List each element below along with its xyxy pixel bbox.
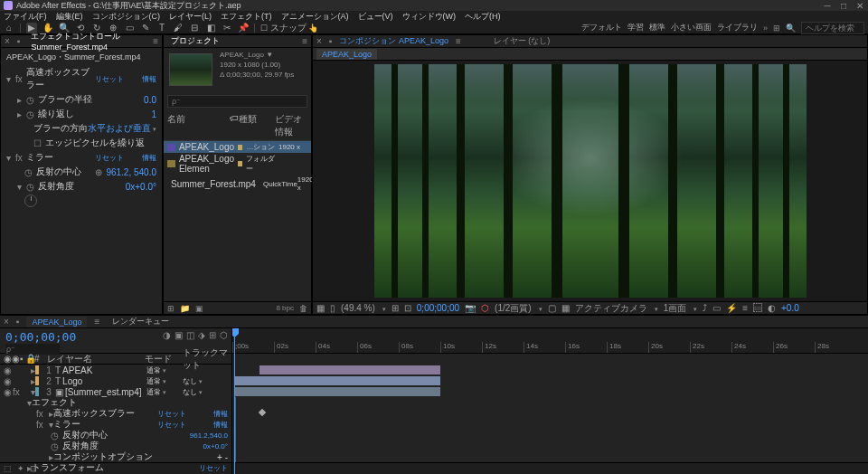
twirl-icon[interactable]: ▾ <box>17 182 24 192</box>
twirl-icon[interactable]: ▾ <box>6 153 14 163</box>
workspace-library[interactable]: ライブラリ <box>717 22 758 33</box>
workspace-learn[interactable]: 学習 <box>627 22 644 33</box>
snap-icon[interactable]: ✦ <box>17 464 24 473</box>
menu-help[interactable]: ヘルプ(H) <box>465 11 501 23</box>
fx-badge-icon[interactable]: fx <box>15 74 23 84</box>
menu-window[interactable]: ウィンドウ(W) <box>402 11 457 23</box>
mode-dropdown[interactable]: 通常 <box>146 376 183 386</box>
delete-icon[interactable]: 🗑 <box>299 304 307 313</box>
mask-icon[interactable]: ▯ <box>330 303 335 313</box>
puppet-tool-icon[interactable]: 📌 <box>238 23 249 33</box>
blur-direction-value[interactable]: 水平および垂直 <box>88 122 156 135</box>
stopwatch-icon[interactable]: ◷ <box>26 109 34 119</box>
panel-menu-icon[interactable]: × <box>316 36 322 46</box>
bounds-icon[interactable]: ⊡ <box>30 464 37 473</box>
exposure-value[interactable]: +0.0 <box>781 303 799 313</box>
alpha-icon[interactable]: ▦ <box>316 303 325 313</box>
visibility-icon[interactable]: ◉ <box>4 365 13 375</box>
shy-icon[interactable]: ◑ <box>163 330 171 351</box>
camera-dropdown[interactable]: アクティブカメラ <box>575 302 647 315</box>
help-search-input[interactable] <box>801 22 864 34</box>
fx-info-link[interactable]: 情報 <box>142 153 156 163</box>
menu-view[interactable]: ビュー(V) <box>358 11 393 23</box>
panel-grip-icon[interactable]: ▪ <box>16 317 20 327</box>
twirl-icon[interactable]: ▸ <box>17 95 24 105</box>
label-chip[interactable] <box>238 161 242 166</box>
twirl-icon[interactable]: ▸ <box>17 109 24 119</box>
mode-col[interactable]: モード <box>145 353 183 365</box>
text-tool-icon[interactable]: T <box>156 23 167 33</box>
minimize-button[interactable]: ─ <box>823 1 832 10</box>
label-color[interactable] <box>35 387 39 396</box>
render-queue-tab[interactable]: レンダーキュー <box>107 315 175 328</box>
layer-bar[interactable] <box>259 365 440 374</box>
fast-preview-icon[interactable]: ⚡ <box>726 303 737 313</box>
project-item[interactable]: APEAK_Logo …ション 1920 x <box>164 141 311 153</box>
time-display[interactable]: 0;00;00;00 <box>417 303 459 313</box>
transparency-icon[interactable]: ▦ <box>561 303 570 313</box>
label-chip[interactable] <box>238 145 242 150</box>
comp-name-label[interactable]: APEAK_Logo ▼ <box>216 50 297 60</box>
share-icon[interactable]: ⤴ <box>703 303 707 313</box>
roi-icon[interactable]: ▢ <box>548 303 556 313</box>
resolution-dropdown[interactable]: (1/2画質) <box>495 302 532 315</box>
keyframe-icon[interactable] <box>259 409 266 416</box>
search-panel-icon[interactable]: ⊞ <box>773 24 780 33</box>
layer-bar[interactable] <box>234 376 440 385</box>
grid-icon[interactable]: ⊞ <box>392 303 399 313</box>
info-link[interactable]: 情報 <box>213 420 228 430</box>
info-link[interactable]: 情報 <box>213 409 228 419</box>
stopwatch-icon[interactable]: ◷ <box>51 441 59 451</box>
workspace-default[interactable]: デフォルト <box>581 22 622 33</box>
home-icon[interactable]: ⌂ <box>4 23 14 33</box>
mode-dropdown[interactable]: 通常 <box>146 365 183 375</box>
fx-badge-icon[interactable]: fx <box>15 153 23 163</box>
stopwatch-icon[interactable]: ◷ <box>26 182 34 192</box>
fx-info-link[interactable]: 情報 <box>142 74 156 84</box>
col-name-header[interactable]: 名前 <box>167 113 230 138</box>
stopwatch-icon[interactable]: ◷ <box>26 95 34 105</box>
close-button[interactable]: ✕ <box>855 1 864 10</box>
panel-menu-icon[interactable]: × <box>4 317 9 327</box>
col-video-header[interactable]: ビデオ情報 <box>275 113 307 138</box>
exposure-reset-icon[interactable]: ◐ <box>768 303 776 313</box>
panel-grip-icon[interactable]: ▪ <box>329 36 333 46</box>
workspace-small[interactable]: 小さい画面 <box>671 22 712 33</box>
label-color[interactable] <box>35 365 39 374</box>
roto-tool-icon[interactable]: ✂ <box>222 23 232 33</box>
playhead[interactable] <box>234 328 235 474</box>
crosshair-icon[interactable]: ⊕ <box>95 167 102 177</box>
project-search-input[interactable] <box>167 95 307 108</box>
interpret-icon[interactable]: ⊞ <box>167 304 175 313</box>
fx-reset-link[interactable]: リセット <box>95 153 124 163</box>
timeline-icon[interactable]: ≡ <box>742 303 748 313</box>
trkmat-dropdown[interactable]: なし <box>183 387 228 397</box>
iterations-value[interactable]: 1 <box>151 109 156 119</box>
layer-bar[interactable] <box>234 387 440 396</box>
mirror-center-value[interactable]: 961.2,540.0 <box>190 431 228 440</box>
layer-row[interactable]: ◉ ▸ 2 T Logo 通常 なし <box>0 375 231 386</box>
reset-link[interactable]: リセット <box>157 420 186 430</box>
mode-dropdown[interactable]: 通常 <box>146 387 183 397</box>
comp-viewer-tab[interactable]: コンポジション APEAK_Logo <box>339 35 448 47</box>
bpc-button[interactable]: 8 bpc <box>276 304 294 312</box>
comp-options-value[interactable]: + - <box>217 452 228 462</box>
pixel-ar-icon[interactable]: ▭ <box>712 303 721 313</box>
project-tab[interactable]: プロジェクト <box>167 34 223 48</box>
fx-reset-link[interactable]: リセット <box>95 74 124 84</box>
layer-name[interactable]: [Summer_est.mp4] <box>65 387 146 397</box>
layer-name-col[interactable]: レイヤー名 <box>47 353 145 365</box>
maximize-button[interactable]: □ <box>839 1 848 10</box>
layer-viewer-tab[interactable]: レイヤー (なし) <box>494 35 551 47</box>
new-comp-icon[interactable]: ▣ <box>195 304 203 313</box>
eraser-tool-icon[interactable]: ◧ <box>205 23 216 33</box>
layer-name[interactable]: APEAK <box>62 365 146 375</box>
fx-active-icon[interactable]: fx <box>13 387 31 397</box>
zoom-dropdown[interactable]: (49.4 %) <box>341 303 375 313</box>
current-time-display[interactable]: 0;00;00;00 <box>5 330 76 344</box>
reset-link[interactable]: リセット <box>199 463 228 473</box>
workspace-more-icon[interactable]: » <box>763 24 768 33</box>
col-type-header[interactable]: 種類 <box>239 113 275 138</box>
workspace-standard[interactable]: 標準 <box>649 22 665 33</box>
tab-options-icon[interactable]: ≡ <box>456 36 461 46</box>
